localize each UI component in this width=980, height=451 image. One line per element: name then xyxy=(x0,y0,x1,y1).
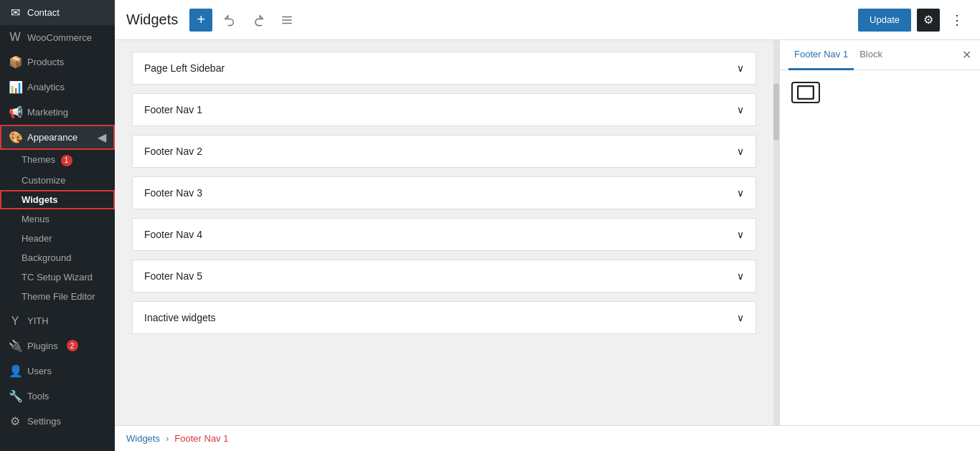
widget-scroll-wrapper: Page Left Sidebar ∨ Footer Nav 1 ∨ Foote… xyxy=(115,40,779,425)
chevron-down-icon: ∨ xyxy=(737,187,744,199)
sidebar-subitem-menus[interactable]: Menus xyxy=(0,209,115,229)
chevron-down-icon: ∨ xyxy=(737,146,744,157)
widget-section-footer-nav-4: Footer Nav 4 ∨ xyxy=(132,218,756,251)
close-icon: ✕ xyxy=(962,49,971,61)
right-panel-content xyxy=(780,70,980,425)
themes-badge: 1 xyxy=(61,155,72,166)
background-label: Background xyxy=(22,252,71,263)
sidebar-subitem-themes[interactable]: Themes 1 xyxy=(0,150,115,171)
sidebar-item-label: Tools xyxy=(27,391,49,402)
sidebar-subitem-widgets[interactable]: Widgets xyxy=(0,190,115,209)
chevron-down-icon: ∨ xyxy=(737,312,744,323)
section-label: Footer Nav 3 xyxy=(144,187,202,199)
widget-section-footer-nav-2: Footer Nav 2 ∨ xyxy=(132,135,756,168)
widget-section-header-footer-nav-1[interactable]: Footer Nav 1 ∨ xyxy=(133,94,755,125)
sidebar-item-label: Settings xyxy=(27,416,61,427)
themes-label: Themes xyxy=(22,154,55,165)
section-label: Footer Nav 2 xyxy=(144,146,202,157)
widget-section-page-left-sidebar: Page Left Sidebar ∨ xyxy=(132,52,756,85)
sidebar-item-tools[interactable]: 🔧 Tools xyxy=(0,384,115,409)
widgets-label: Widgets xyxy=(22,194,57,205)
sidebar-subitem-header[interactable]: Header xyxy=(0,229,115,248)
settings-icon: ⚙ xyxy=(9,414,22,428)
yith-icon: Y xyxy=(9,315,22,328)
redo-button[interactable] xyxy=(247,9,270,32)
plugins-icon: 🔌 xyxy=(9,339,22,353)
sidebar-item-plugins[interactable]: 🔌 Plugins 2 xyxy=(0,333,115,359)
sidebar-item-label: Marketing xyxy=(27,107,68,118)
menus-label: Menus xyxy=(22,214,50,224)
sidebar-item-label: Contact xyxy=(27,7,60,18)
tools-icon: 🔧 xyxy=(9,389,22,403)
customize-label: Customize xyxy=(22,175,65,186)
plugins-badge: 2 xyxy=(67,340,78,351)
sidebar-item-label: Users xyxy=(27,366,52,376)
header-label: Header xyxy=(22,233,52,244)
block-icon xyxy=(791,82,820,103)
sidebar-item-appearance[interactable]: 🎨 Appearance ◀ xyxy=(0,125,115,150)
breadcrumb-parent-link[interactable]: Widgets xyxy=(126,433,160,444)
sidebar-subitem-tc-setup[interactable]: TC Setup Wizard xyxy=(0,267,115,287)
settings-panel-button[interactable]: ⚙ xyxy=(917,9,940,32)
sidebar-subitem-theme-file-editor[interactable]: Theme File Editor xyxy=(0,287,115,306)
breadcrumb-separator: › xyxy=(166,433,169,444)
add-widget-button[interactable]: + xyxy=(189,9,212,32)
right-panel-tabs: Footer Nav 1 Block ✕ xyxy=(780,40,980,70)
widget-section-footer-nav-1: Footer Nav 1 ∨ xyxy=(132,93,756,126)
sidebar-item-label: WooCommerce xyxy=(27,32,92,43)
sidebar-item-marketing[interactable]: 📢 Marketing xyxy=(0,100,115,125)
widget-section-header-footer-nav-5[interactable]: Footer Nav 5 ∨ xyxy=(133,260,755,292)
scrollbar-thumb[interactable] xyxy=(773,83,779,141)
sidebar-item-woocommerce[interactable]: W WooCommerce xyxy=(0,25,115,49)
sidebar-subitem-background[interactable]: Background xyxy=(0,248,115,267)
widget-section-header-footer-nav-3[interactable]: Footer Nav 3 ∨ xyxy=(133,177,755,209)
update-button[interactable]: Update xyxy=(858,9,911,32)
widget-section-header-footer-nav-2[interactable]: Footer Nav 2 ∨ xyxy=(133,136,755,167)
sidebar-item-label: Plugins xyxy=(27,341,58,351)
widget-section-header-inactive-widgets[interactable]: Inactive widgets ∨ xyxy=(133,302,755,333)
section-label: Page Left Sidebar xyxy=(144,62,225,74)
sidebar-item-products[interactable]: 📦 Products xyxy=(0,49,115,75)
section-label: Inactive widgets xyxy=(144,312,216,323)
chevron-down-icon: ∨ xyxy=(737,104,744,115)
sidebar: ✉ Contact W WooCommerce 📦 Products 📊 Ana… xyxy=(0,0,115,451)
theme-file-editor-label: Theme File Editor xyxy=(22,291,95,302)
widget-list: Page Left Sidebar ∨ Footer Nav 1 ∨ Foote… xyxy=(115,40,773,425)
products-icon: 📦 xyxy=(9,55,22,69)
right-panel: Footer Nav 1 Block ✕ xyxy=(779,40,980,425)
sidebar-subitem-customize[interactable]: Customize xyxy=(0,171,115,190)
sidebar-item-label: Products xyxy=(27,57,64,67)
sidebar-item-settings[interactable]: ⚙ Settings xyxy=(0,409,115,434)
tab-footer-nav-1[interactable]: Footer Nav 1 xyxy=(788,40,854,70)
widget-section-header-page-left-sidebar[interactable]: Page Left Sidebar ∨ xyxy=(133,52,755,84)
users-icon: 👤 xyxy=(9,364,22,378)
widget-section-footer-nav-3: Footer Nav 3 ∨ xyxy=(132,176,756,209)
sidebar-item-yith[interactable]: Y YITH xyxy=(0,309,115,333)
collapse-icon: ◀ xyxy=(98,130,106,144)
redo-icon xyxy=(252,14,265,27)
widget-section-header-footer-nav-4[interactable]: Footer Nav 4 ∨ xyxy=(133,219,755,250)
widget-section-footer-nav-5: Footer Nav 5 ∨ xyxy=(132,260,756,293)
section-label: Footer Nav 4 xyxy=(144,229,202,240)
undo-icon xyxy=(223,14,236,27)
list-view-icon xyxy=(281,14,293,27)
section-label: Footer Nav 5 xyxy=(144,270,202,282)
main-area: Widgets + Update ⚙ ⋮ Page Left Sidebar xyxy=(115,0,980,451)
sidebar-item-analytics[interactable]: 📊 Analytics xyxy=(0,75,115,100)
more-options-button[interactable]: ⋮ xyxy=(946,9,969,32)
sidebar-item-contact[interactable]: ✉ Contact xyxy=(0,0,115,25)
svg-rect-3 xyxy=(798,86,814,99)
sidebar-item-users[interactable]: 👤 Users xyxy=(0,359,115,384)
sidebar-item-label: Analytics xyxy=(27,82,65,92)
tc-setup-label: TC Setup Wizard xyxy=(22,272,93,283)
sidebar-item-label: Appearance xyxy=(27,132,77,143)
close-panel-button[interactable]: ✕ xyxy=(962,48,971,62)
breadcrumb: Widgets › Footer Nav 1 xyxy=(115,425,980,451)
scrollbar[interactable] xyxy=(773,40,779,425)
undo-button[interactable] xyxy=(218,9,241,32)
sidebar-item-label: YITH xyxy=(27,315,49,326)
list-view-button[interactable] xyxy=(275,9,298,32)
ellipsis-icon: ⋮ xyxy=(951,12,963,28)
tab-block[interactable]: Block xyxy=(854,40,888,70)
widget-block-svg xyxy=(797,85,814,100)
